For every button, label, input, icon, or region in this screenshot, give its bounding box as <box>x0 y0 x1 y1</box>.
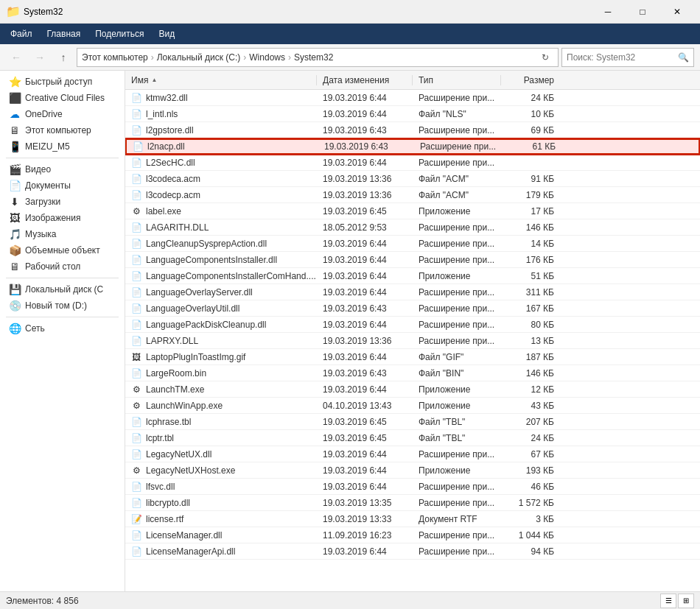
file-icon: 📄 <box>131 529 141 541</box>
back-button[interactable]: ← <box>6 47 27 68</box>
file-date-cell: 19.03.2019 6:44 <box>317 239 413 249</box>
sidebar-item-local-disk[interactable]: 💾 Локальный диск (С <box>0 281 125 298</box>
search-bar: 🔍 <box>561 48 694 67</box>
col-size-header[interactable]: Размер <box>501 75 560 85</box>
table-row[interactable]: 📄 LicenseManagerApi.dll 19.03.2019 6:44 … <box>125 543 700 560</box>
view-details-button[interactable]: ☰ <box>660 594 676 608</box>
breadcrumb-computer[interactable]: Этот компьютер <box>82 52 148 63</box>
table-row[interactable]: ⚙ LegacyNetUXHost.exe 19.03.2019 6:44 Пр… <box>125 462 700 479</box>
file-date-cell: 19.03.2019 6:44 <box>317 287 413 298</box>
up-button[interactable]: ↑ <box>53 47 74 68</box>
minimize-button[interactable]: ─ <box>591 0 625 24</box>
file-icon: 📄 <box>131 367 141 379</box>
file-date-cell: 19.03.2019 6:44 <box>317 449 413 460</box>
table-row[interactable]: 📄 LanguageComponentsInstallerComHand....… <box>125 268 700 284</box>
table-row[interactable]: 📄 LAPRXY.DLL 19.03.2019 13:36 Расширение… <box>125 333 700 349</box>
table-row[interactable]: 🖼 LaptopPlugInToastImg.gif 19.03.2019 6:… <box>125 349 700 365</box>
menu-file[interactable]: Файл <box>3 26 40 42</box>
file-icon: 📄 <box>131 270 141 282</box>
table-row[interactable]: 📄 lfsvc.dll 19.03.2019 6:44 Расширение п… <box>125 479 700 495</box>
file-type-cell: Файл "ACM" <box>413 190 501 200</box>
file-type-cell: Файл "BIN" <box>413 368 501 379</box>
sidebar-item-this-pc[interactable]: 🖥 Этот компьютер <box>0 122 125 138</box>
table-row[interactable]: 📄 LargeRoom.bin 19.03.2019 6:43 Файл "BI… <box>125 365 700 381</box>
search-input[interactable] <box>567 52 678 63</box>
sort-arrow: ▲ <box>151 77 157 83</box>
file-name-cell: 📄 LanguageOverlayServer.dll <box>125 286 317 298</box>
table-row[interactable]: ⚙ LaunchWinApp.exe 04.10.2019 13:43 Прил… <box>125 398 700 414</box>
file-name-cell: 📄 LangCleanupSysprepAction.dll <box>125 238 317 250</box>
table-row[interactable]: 📄 l2nacp.dll 19.03.2019 6:43 Расширение … <box>125 138 700 155</box>
table-row[interactable]: 📄 LanguageOverlayUtil.dll 19.03.2019 6:4… <box>125 300 700 317</box>
file-size-cell: 193 КБ <box>501 465 560 476</box>
file-date-cell: 19.03.2019 6:44 <box>317 320 413 330</box>
sidebar-item-music[interactable]: 🎵 Музыка <box>0 226 125 242</box>
table-row[interactable]: 📄 LicenseManager.dll 11.09.2019 16:23 Ра… <box>125 527 700 543</box>
sidebar-item-creative-cloud[interactable]: ⬛ Creative Cloud Files <box>0 90 125 106</box>
file-name-cell: 📄 LAPRXY.DLL <box>125 335 317 347</box>
sidebar-item-quick-access[interactable]: ⭐ Быстрый доступ <box>0 74 125 90</box>
file-name-cell: 📄 l2nacp.dll <box>127 141 318 152</box>
menu-view[interactable]: Вид <box>151 26 182 42</box>
table-row[interactable]: 📄 LegacyNetUX.dll 19.03.2019 6:44 Расшир… <box>125 446 700 462</box>
sidebar-item-new-volume[interactable]: 💿 Новый том (D:) <box>0 298 125 314</box>
table-row[interactable]: 📄 LAGARITH.DLL 18.05.2012 9:53 Расширени… <box>125 219 700 236</box>
table-row[interactable]: 📝 license.rtf 19.03.2019 13:33 Документ … <box>125 511 700 527</box>
sidebar-item-objects[interactable]: 📦 Объемные объект <box>0 242 125 258</box>
col-type-header[interactable]: Тип <box>413 75 501 85</box>
sidebar-item-images[interactable]: 🖼 Изображения <box>0 210 125 226</box>
title-bar-controls: ─ □ ✕ <box>591 0 694 24</box>
breadcrumb-windows[interactable]: Windows <box>249 52 285 63</box>
table-row[interactable]: ⚙ label.exe 19.03.2019 6:45 Приложение 1… <box>125 203 700 219</box>
sidebar-item-network[interactable]: 🌐 Сеть <box>0 320 125 337</box>
table-row[interactable]: 📄 lcphrase.tbl 19.03.2019 6:45 Файл "TBL… <box>125 414 700 430</box>
maximize-button[interactable]: □ <box>626 0 659 24</box>
table-row[interactable]: 📄 l2gpstore.dll 19.03.2019 6:43 Расширен… <box>125 122 700 138</box>
file-icon: 📄 <box>131 108 141 120</box>
file-icon: ⚙ <box>131 465 141 476</box>
menu-home[interactable]: Главная <box>40 26 88 42</box>
sidebar-item-onedrive[interactable]: ☁ OneDrive <box>0 106 125 122</box>
table-row[interactable]: 📄 LanguageComponentsInstaller.dll 19.03.… <box>125 252 700 268</box>
file-size-cell: 13 КБ <box>501 336 560 346</box>
table-row[interactable]: 📄 LangCleanupSysprepAction.dll 19.03.201… <box>125 236 700 252</box>
file-size-cell: 207 КБ <box>501 417 560 427</box>
file-date-cell: 19.03.2019 6:43 <box>317 125 413 135</box>
view-large-icons-button[interactable]: ⊞ <box>678 594 694 608</box>
video-icon: 🎬 <box>9 163 21 175</box>
title-bar-icon: 📁 <box>6 4 21 18</box>
refresh-button[interactable]: ↻ <box>537 49 553 66</box>
sidebar-item-docs[interactable]: 📄 Документы <box>0 177 125 194</box>
sidebar-item-desktop[interactable]: 🖥 Рабочий стол <box>0 258 125 275</box>
sidebar-item-video[interactable]: 🎬 Видео <box>0 161 125 177</box>
file-date-cell: 19.03.2019 6:44 <box>317 271 413 281</box>
table-row[interactable]: 📄 LanguagePackDiskCleanup.dll 19.03.2019… <box>125 317 700 333</box>
table-row[interactable]: 📄 l_intl.nls 19.03.2019 6:44 Файл "NLS" … <box>125 106 700 122</box>
file-date-cell: 19.03.2019 6:44 <box>317 93 413 103</box>
table-row[interactable]: 📄 LanguageOverlayServer.dll 19.03.2019 6… <box>125 284 700 300</box>
table-row[interactable]: 📄 lcptr.tbl 19.03.2019 6:45 Файл "TBL" 2… <box>125 430 700 446</box>
sidebar-item-meizu[interactable]: 📱 MEIZU_M5 <box>0 138 125 155</box>
col-name-header[interactable]: Имя ▲ <box>125 75 317 85</box>
menu-share[interactable]: Поделиться <box>88 26 151 42</box>
file-date-cell: 19.03.2019 13:36 <box>317 174 413 184</box>
forward-button[interactable]: → <box>29 47 50 68</box>
sidebar-divider-3 <box>6 317 119 317</box>
file-size-cell: 24 КБ <box>501 93 560 103</box>
file-type-cell: Приложение <box>413 206 501 217</box>
close-button[interactable]: ✕ <box>660 0 694 24</box>
col-date-header[interactable]: Дата изменения <box>317 75 413 85</box>
table-row[interactable]: ⚙ LaunchTM.exe 19.03.2019 6:44 Приложени… <box>125 381 700 398</box>
table-row[interactable]: 📄 L2SecHC.dll 19.03.2019 6:44 Расширение… <box>125 155 700 171</box>
breadcrumb-disk[interactable]: Локальный диск (С:) <box>157 52 241 63</box>
onedrive-icon: ☁ <box>9 108 21 120</box>
file-date-cell: 19.03.2019 6:44 <box>317 255 413 265</box>
table-row[interactable]: 📄 ktmw32.dll 19.03.2019 6:44 Расширение … <box>125 90 700 106</box>
sidebar-item-downloads[interactable]: ⬇ Загрузки <box>0 194 125 210</box>
table-row[interactable]: 📄 l3codeca.acm 19.03.2019 13:36 Файл "AC… <box>125 171 700 187</box>
file-type-cell: Приложение <box>413 384 501 395</box>
table-row[interactable]: 📄 libcrypto.dll 19.03.2019 13:35 Расшире… <box>125 495 700 511</box>
table-row[interactable]: 📄 l3codecp.acm 19.03.2019 13:36 Файл "AC… <box>125 187 700 203</box>
breadcrumb-system32[interactable]: System32 <box>294 52 333 63</box>
file-type-cell: Расширение при... <box>413 158 501 168</box>
